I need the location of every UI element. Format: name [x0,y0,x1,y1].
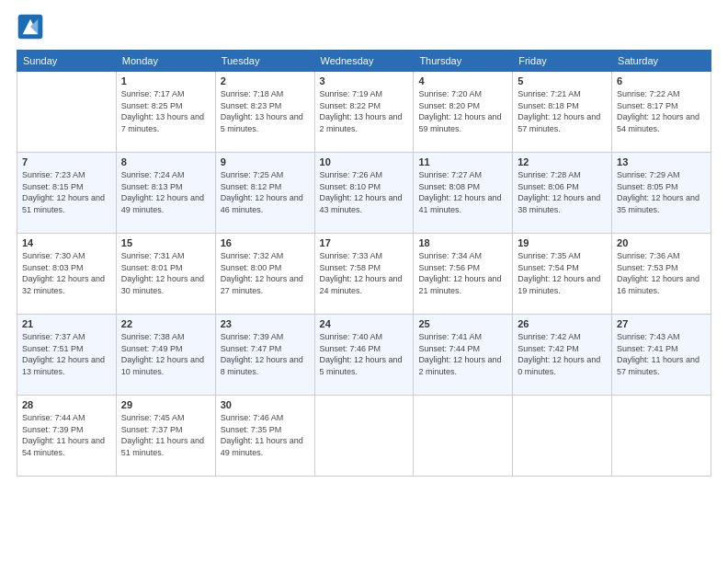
day-cell: 17Sunrise: 7:33 AMSunset: 7:58 PMDayligh… [314,234,414,315]
day-cell: 23Sunrise: 7:39 AMSunset: 7:47 PMDayligh… [215,315,314,396]
daylight-text: Daylight: 12 hours and 24 minutes. [320,274,403,295]
daylight-text: Daylight: 12 hours and 27 minutes. [221,274,303,295]
day-cell: 27Sunrise: 7:43 AMSunset: 7:41 PMDayligh… [612,315,711,396]
day-number: 26 [518,318,607,329]
week-row-3: 21Sunrise: 7:37 AMSunset: 7:51 PMDayligh… [17,315,711,396]
day-info: Sunrise: 7:25 AMSunset: 8:12 PMDaylight:… [221,169,310,215]
day-info: Sunrise: 7:23 AMSunset: 8:15 PMDaylight:… [22,169,111,215]
day-cell: 25Sunrise: 7:41 AMSunset: 7:44 PMDayligh… [414,315,513,396]
header [17,13,711,40]
daylight-text: Daylight: 12 hours and 21 minutes. [418,274,501,295]
day-cell [513,396,612,477]
day-info: Sunrise: 7:26 AMSunset: 8:10 PMDaylight:… [320,169,409,215]
sunrise-text: Sunrise: 7:41 AM [418,332,482,341]
day-info: Sunrise: 7:41 AMSunset: 7:44 PMDaylight:… [418,331,507,377]
sunset-text: Sunset: 8:05 PM [617,182,678,191]
day-number: 15 [121,237,210,248]
daylight-text: Daylight: 12 hours and 0 minutes. [518,355,600,376]
day-number: 19 [518,237,607,248]
day-number: 5 [518,75,607,86]
sunset-text: Sunset: 7:54 PM [518,263,579,272]
sunset-text: Sunset: 7:56 PM [418,263,480,272]
day-number: 23 [221,318,310,329]
sunset-text: Sunset: 7:39 PM [22,425,84,434]
daylight-text: Daylight: 13 hours and 7 minutes. [121,112,204,133]
sunrise-text: Sunrise: 7:34 AM [418,251,482,260]
day-number: 18 [418,237,507,248]
day-number: 28 [22,399,111,410]
logo [17,13,48,40]
sunset-text: Sunset: 7:44 PM [418,344,480,353]
day-info: Sunrise: 7:27 AMSunset: 8:08 PMDaylight:… [418,169,507,215]
day-cell: 15Sunrise: 7:31 AMSunset: 8:01 PMDayligh… [116,234,215,315]
daylight-text: Daylight: 12 hours and 2 minutes. [418,355,501,376]
day-info: Sunrise: 7:17 AMSunset: 8:25 PMDaylight:… [121,88,210,134]
page: SundayMondayTuesdayWednesdayThursdayFrid… [0,0,728,563]
header-row: SundayMondayTuesdayWednesdayThursdayFrid… [17,51,711,72]
sunset-text: Sunset: 7:46 PM [320,344,381,353]
day-number: 25 [418,318,507,329]
day-cell: 9Sunrise: 7:25 AMSunset: 8:12 PMDaylight… [215,153,314,234]
day-cell: 24Sunrise: 7:40 AMSunset: 7:46 PMDayligh… [314,315,414,396]
day-info: Sunrise: 7:30 AMSunset: 8:03 PMDaylight:… [22,250,111,296]
day-cell: 2Sunrise: 7:18 AMSunset: 8:23 PMDaylight… [215,72,314,153]
sunset-text: Sunset: 8:08 PM [418,182,480,191]
day-info: Sunrise: 7:19 AMSunset: 8:22 PMDaylight:… [320,88,409,134]
sunrise-text: Sunrise: 7:24 AM [121,170,185,179]
sunrise-text: Sunrise: 7:19 AM [320,89,383,98]
daylight-text: Daylight: 12 hours and 16 minutes. [617,274,700,295]
day-info: Sunrise: 7:43 AMSunset: 7:41 PMDaylight:… [617,331,706,377]
day-number: 20 [617,237,706,248]
day-cell: 6Sunrise: 7:22 AMSunset: 8:17 PMDaylight… [612,72,711,153]
sunrise-text: Sunrise: 7:20 AM [418,89,482,98]
daylight-text: Daylight: 12 hours and 13 minutes. [22,355,105,376]
day-cell: 13Sunrise: 7:29 AMSunset: 8:05 PMDayligh… [612,153,711,234]
day-info: Sunrise: 7:39 AMSunset: 7:47 PMDaylight:… [221,331,310,377]
day-cell [414,396,513,477]
day-info: Sunrise: 7:22 AMSunset: 8:17 PMDaylight:… [617,88,706,134]
day-info: Sunrise: 7:44 AMSunset: 7:39 PMDaylight:… [22,412,111,458]
sunrise-text: Sunrise: 7:25 AM [221,170,284,179]
sunset-text: Sunset: 8:20 PM [418,101,480,110]
sunrise-text: Sunrise: 7:17 AM [121,89,185,98]
sunset-text: Sunset: 7:47 PM [221,344,282,353]
day-info: Sunrise: 7:42 AMSunset: 7:42 PMDaylight:… [518,331,607,377]
day-number: 6 [617,75,706,86]
col-header-tuesday: Tuesday [215,51,314,72]
day-number: 11 [418,156,507,167]
daylight-text: Daylight: 11 hours and 49 minutes. [221,436,303,457]
sunset-text: Sunset: 7:51 PM [22,344,84,353]
daylight-text: Daylight: 12 hours and 38 minutes. [518,193,600,214]
sunset-text: Sunset: 8:12 PM [221,182,282,191]
day-number: 30 [221,399,310,410]
sunset-text: Sunset: 7:53 PM [617,263,678,272]
sunrise-text: Sunrise: 7:35 AM [518,251,581,260]
day-info: Sunrise: 7:36 AMSunset: 7:53 PMDaylight:… [617,250,706,296]
daylight-text: Daylight: 12 hours and 5 minutes. [320,355,403,376]
daylight-text: Daylight: 12 hours and 32 minutes. [22,274,105,295]
daylight-text: Daylight: 11 hours and 54 minutes. [22,436,105,457]
sunrise-text: Sunrise: 7:44 AM [22,413,85,422]
col-header-saturday: Saturday [612,51,711,72]
day-number: 24 [320,318,409,329]
daylight-text: Daylight: 12 hours and 51 minutes. [22,193,105,214]
day-number: 10 [320,156,409,167]
daylight-text: Daylight: 12 hours and 10 minutes. [121,355,204,376]
day-number: 8 [121,156,210,167]
daylight-text: Daylight: 13 hours and 2 minutes. [320,112,403,133]
sunset-text: Sunset: 8:25 PM [121,101,183,110]
daylight-text: Daylight: 12 hours and 57 minutes. [518,112,600,133]
day-cell: 30Sunrise: 7:46 AMSunset: 7:35 PMDayligh… [215,396,314,477]
sunset-text: Sunset: 7:35 PM [221,425,282,434]
day-cell: 21Sunrise: 7:37 AMSunset: 7:51 PMDayligh… [17,315,117,396]
sunset-text: Sunset: 8:13 PM [121,182,183,191]
day-cell [17,72,117,153]
daylight-text: Daylight: 12 hours and 19 minutes. [518,274,600,295]
day-number: 2 [221,75,310,86]
day-number: 14 [22,237,111,248]
daylight-text: Daylight: 12 hours and 41 minutes. [418,193,501,214]
sunset-text: Sunset: 8:22 PM [320,101,381,110]
daylight-text: Daylight: 12 hours and 59 minutes. [418,112,501,133]
sunrise-text: Sunrise: 7:46 AM [221,413,284,422]
sunset-text: Sunset: 8:23 PM [221,101,282,110]
